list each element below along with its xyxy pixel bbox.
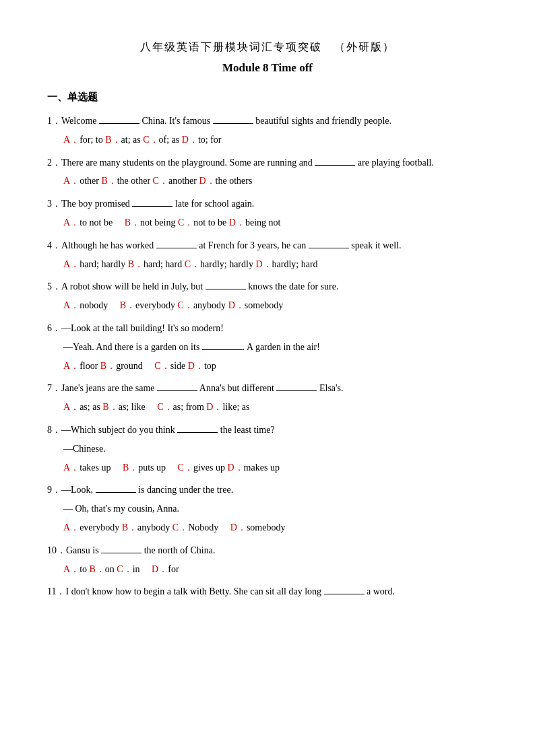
options-3: A．to not be B．not being C．not to be D．be… [63, 215, 488, 231]
options-5: A．nobody B．everybody C．anybody D．somebod… [63, 298, 488, 314]
question-text-10: 10．Gansu is the north of China. [47, 543, 488, 559]
question-9: 9．—Look, is dancing under the tree.— Oh,… [47, 482, 488, 535]
options-1: A．for; to B．at; as C．of; as D．to; for [63, 132, 488, 148]
question-text-11: 11．I don't know how to begin a talk with… [47, 584, 488, 600]
question-text2-9: — Oh, that's my cousin, Anna. [63, 501, 488, 517]
question-text-4: 4．Although he has worked at French for 3… [47, 238, 488, 254]
question-10: 10．Gansu is the north of China.A．to B．on… [47, 543, 488, 578]
question-text-8: 8．—Which subject do you think the least … [47, 422, 488, 438]
section-title: 一、单选题 [47, 91, 488, 104]
options-10: A．to B．on C．in D．for [63, 561, 488, 578]
question-11: 11．I don't know how to begin a talk with… [47, 584, 488, 600]
question-text-6: 6．—Look at the tall building! It's so mo… [47, 320, 488, 337]
question-text-2: 2．There are many students on the playgro… [47, 155, 488, 171]
options-8: A．takes up B．puts up C．gives up D．makes … [63, 460, 488, 476]
options-7: A．as; as B．as; like C．as; from D．like; a… [63, 399, 488, 415]
question-5: 5．A robot show will be held in July, but… [47, 279, 488, 314]
question-text-3: 3．The boy promised late for school again… [47, 196, 488, 212]
questions-container: 1．Welcome China. It's famous beautiful s… [47, 113, 488, 600]
options-4: A．hard; hardly B．hard; hard C．hardly; ha… [63, 256, 488, 273]
blank-3 [132, 206, 172, 207]
options-6: A．floor B．ground C．side D．top [63, 358, 488, 374]
main-title: 八年级英语下册模块词汇专项突破 （外研版） [47, 40, 488, 55]
question-7: 7．Jane's jeans are the same Anna's but d… [47, 380, 488, 415]
question-3: 3．The boy promised late for school again… [47, 196, 488, 231]
blank-10 [101, 553, 141, 553]
options-9: A．everybody B．anybody C．Nobody D．somebod… [63, 520, 488, 536]
blank-2 [315, 165, 355, 166]
question-1: 1．Welcome China. It's famous beautiful s… [47, 113, 488, 148]
blank-5 [206, 289, 246, 289]
blank1-4 [156, 248, 197, 248]
blank1-7 [157, 390, 197, 391]
blank2-4 [309, 248, 349, 248]
blank2-1 [213, 123, 253, 124]
options-2: A．other B．the other C．another D．the othe… [63, 173, 488, 189]
question-4: 4．Although he has worked at French for 3… [47, 238, 488, 273]
question-6: 6．—Look at the tall building! It's so mo… [47, 320, 488, 374]
question-text-7: 7．Jane's jeans are the same Anna's but d… [47, 380, 488, 397]
question-2: 2．There are many students on the playgro… [47, 155, 488, 190]
question-text-5: 5．A robot show will be held in July, but… [47, 279, 488, 295]
blank-11 [324, 594, 365, 594]
module-title: Module 8 Time off [47, 61, 488, 75]
question-text2-6: —Yeah. And there is a garden on its . A … [63, 339, 488, 355]
question-text-1: 1．Welcome China. It's famous beautiful s… [47, 113, 488, 129]
blank2-7 [276, 390, 317, 391]
blank1-1 [99, 123, 139, 124]
question-8: 8．—Which subject do you think the least … [47, 422, 488, 475]
question-text-9: 9．—Look, is dancing under the tree. [47, 482, 488, 498]
blank-9 [96, 492, 136, 493]
blank-8 [177, 432, 218, 433]
question-text2-8: —Chinese. [63, 441, 488, 457]
blank-6 [202, 349, 243, 350]
